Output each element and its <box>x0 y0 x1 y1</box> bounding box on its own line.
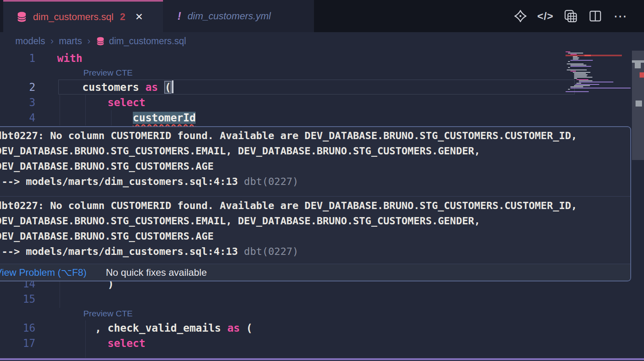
line-number: 1 <box>0 51 35 66</box>
chevron-right-icon: › <box>87 35 91 47</box>
tab-dim-customers-yml[interactable]: ! dim_customers.yml <box>163 0 314 32</box>
code-line-17[interactable]: 17 select <box>0 336 564 351</box>
change-marker <box>636 101 642 107</box>
line-number: 17 <box>0 336 35 351</box>
tab-bar: dim_customers.sql 2 ✕ ! dim_customers.ym… <box>0 0 644 32</box>
code-text: select <box>57 336 145 351</box>
line-number: 15 <box>0 291 35 307</box>
close-icon[interactable]: ✕ <box>135 11 143 23</box>
hover-footer: View Problem (⌥F8) No quick fixes availa… <box>0 264 630 281</box>
minimap[interactable] <box>566 51 622 96</box>
code-line-1[interactable]: 1with <box>0 51 564 66</box>
view-problem-link[interactable]: View Problem (⌥F8) <box>0 267 87 278</box>
codelens-preview-cte[interactable]: Preview CTE <box>83 307 133 320</box>
code-text: with <box>57 51 83 66</box>
scrollbar-slider[interactable] <box>632 51 644 160</box>
editor-actions: </> ⋯ <box>513 0 628 32</box>
dbt-icon[interactable] <box>513 8 528 24</box>
change-marker <box>635 63 641 68</box>
chevron-right-icon: › <box>50 35 54 47</box>
editor-window: dim_customers.sql 2 ✕ ! dim_customers.ym… <box>0 0 644 361</box>
error-marker <box>640 72 644 78</box>
breadcrumb-file-label: dim_customers.sql <box>109 36 186 47</box>
code-line-2[interactable]: 2 customers as ( <box>0 80 564 95</box>
error-message: dbt0227: No column CUSTOMERID found. Ava… <box>0 196 630 266</box>
hover-error-popup: dbt0227: No column CUSTOMERID found. Ava… <box>0 126 631 281</box>
code-text: select <box>57 95 145 110</box>
tab-dim-customers-sql[interactable]: dim_customers.sql 2 ✕ <box>3 0 163 32</box>
code-line-15[interactable]: 15 <box>0 291 564 307</box>
tab-label: dim_customers.sql <box>33 11 114 23</box>
breadcrumb-item-file[interactable]: dim_customers.sql <box>96 36 186 47</box>
line-number: 4 <box>0 110 35 125</box>
split-editor-icon[interactable] <box>588 8 603 24</box>
breadcrumb: models › marts › dim_customers.sql <box>0 32 644 50</box>
code-line-4[interactable]: 4 customerId <box>0 110 564 125</box>
line-number: 3 <box>0 95 35 110</box>
code-line-16[interactable]: 16 , check_valid_emails as ( <box>0 320 564 336</box>
error-message: dbt0227: No column CUSTOMERID found. Ava… <box>0 127 630 196</box>
code-line-3[interactable]: 3 select <box>0 95 564 110</box>
error-mark-icon: ! <box>178 10 181 23</box>
database-icon <box>16 11 27 23</box>
more-actions-icon[interactable]: ⋯ <box>613 8 628 24</box>
codelens-preview-cte[interactable]: Preview CTE <box>83 66 133 80</box>
code-text: , check_valid_emails as ( <box>57 320 252 336</box>
window-bottom-border <box>0 358 644 360</box>
line-number: 2 <box>0 80 35 95</box>
preview-results-icon[interactable] <box>563 8 578 24</box>
no-quick-fixes-label: No quick fixes available <box>106 267 207 278</box>
code-text: customers as ( <box>57 80 173 95</box>
database-icon <box>96 37 105 46</box>
line-number: 16 <box>0 320 35 336</box>
text-cursor <box>172 80 173 93</box>
compiled-code-icon[interactable]: </> <box>538 8 553 24</box>
breadcrumb-item-models[interactable]: models <box>15 36 45 47</box>
tab-label: dim_customers.yml <box>188 10 271 22</box>
tab-problem-count: 2 <box>120 11 125 23</box>
code-text: customerId <box>57 110 196 125</box>
breadcrumb-item-marts[interactable]: marts <box>59 36 82 47</box>
